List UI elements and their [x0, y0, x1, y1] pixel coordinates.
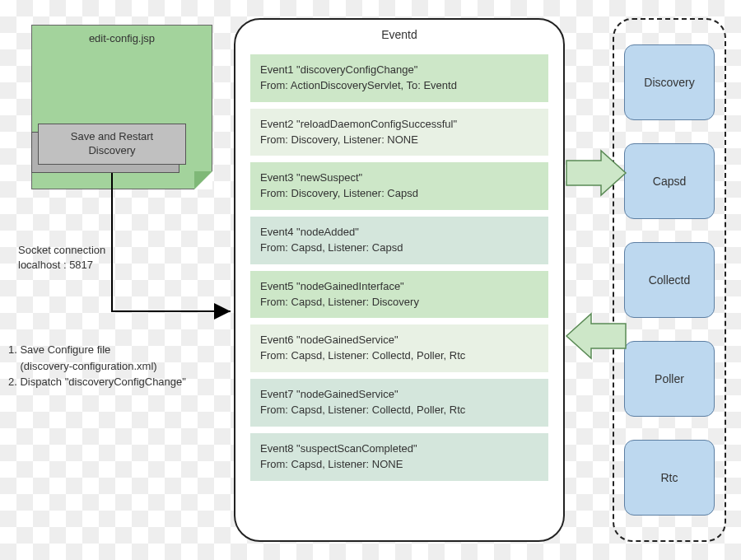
event-line1: Event1 "discoveryConfigChange"	[260, 63, 538, 78]
service-discovery: Discovery	[624, 44, 715, 120]
step-1b: (discovery-configuration.xml)	[8, 358, 186, 375]
event-item-4: Event4 "nodeAdded"From: Capsd, Listener:…	[250, 217, 548, 264]
socket-line2: localhost : 5817	[18, 258, 105, 273]
step-1: 1. Save Configure file	[8, 342, 186, 358]
event-line1: Event2 "reloadDaemonConfigSuccessful"	[260, 117, 538, 133]
event-line2: From: Discovery, Listener: NONE	[260, 133, 538, 148]
socket-line1: Socket connection	[18, 243, 105, 258]
event-line1: Event4 "nodeAdded"	[260, 225, 538, 240]
eventd-container: Eventd Event1 "discoveryConfigChange"Fro…	[234, 18, 565, 542]
event-line2: From: Capsd, Listener: Collectd, Poller,…	[260, 348, 538, 364]
event-item-6: Event6 "nodeGainedService"From: Capsd, L…	[250, 324, 548, 372]
event-line2: From: Capsd, Listener: NONE	[260, 457, 538, 473]
event-line1: Event7 "nodeGainedService"	[260, 387, 538, 403]
socket-connection-text: Socket connection localhost : 5817	[18, 243, 105, 273]
event-item-3: Event3 "newSuspect"From: Discovery, List…	[250, 162, 548, 210]
service-label: Poller	[655, 372, 684, 385]
service-label: Capsd	[653, 175, 686, 188]
event-item-8: Event8 "suspectScanCompleted"From: Capsd…	[250, 433, 548, 481]
steps-text: 1. Save Configure file (discovery-config…	[8, 342, 186, 390]
event-line2: From: Capsd, Listener: Discovery	[260, 295, 538, 310]
event-line2: From: ActionDiscoveryServlet, To: Eventd	[260, 78, 538, 94]
event-item-2: Event2 "reloadDaemonConfigSuccessful"Fro…	[250, 109, 548, 156]
services-container: Discovery Capsd Collectd Poller Rtc	[613, 18, 726, 542]
service-label: Collectd	[649, 273, 691, 287]
service-label: Rtc	[661, 471, 678, 484]
event-line2: From: Discovery, Listener: Capsd	[260, 186, 538, 202]
service-label: Discovery	[644, 76, 694, 89]
events-list: Event1 "discoveryConfigChange"From: Acti…	[235, 54, 563, 481]
page-fold-icon	[194, 171, 212, 189]
eventd-title: Eventd	[235, 20, 563, 48]
event-line1: Event6 "nodeGainedService"	[260, 333, 538, 348]
service-collectd: Collectd	[624, 242, 715, 318]
service-capsd: Capsd	[624, 143, 715, 219]
jsp-title: edit-config.jsp	[32, 26, 212, 51]
event-line1: Event8 "suspectScanCompleted"	[260, 441, 538, 457]
event-line2: From: Capsd, Listener: Collectd, Poller,…	[260, 403, 538, 418]
event-line1: Event5 "nodeGainedInterface"	[260, 279, 538, 295]
service-poller: Poller	[624, 341, 715, 417]
save-restart-button[interactable]: Save and Restart Discovery	[38, 124, 186, 165]
step-2: 2. Dispatch "discoveryConfigChange"	[8, 374, 186, 390]
event-item-1: Event1 "discoveryConfigChange"From: Acti…	[250, 54, 548, 102]
event-item-5: Event5 "nodeGainedInterface"From: Capsd,…	[250, 271, 548, 319]
event-line1: Event3 "newSuspect"	[260, 170, 538, 186]
event-item-7: Event7 "nodeGainedService"From: Capsd, L…	[250, 379, 548, 427]
service-rtc: Rtc	[624, 440, 715, 516]
save-restart-button-label: Save and Restart Discovery	[71, 130, 153, 158]
event-line2: From: Capsd, Listener: Capsd	[260, 240, 538, 256]
